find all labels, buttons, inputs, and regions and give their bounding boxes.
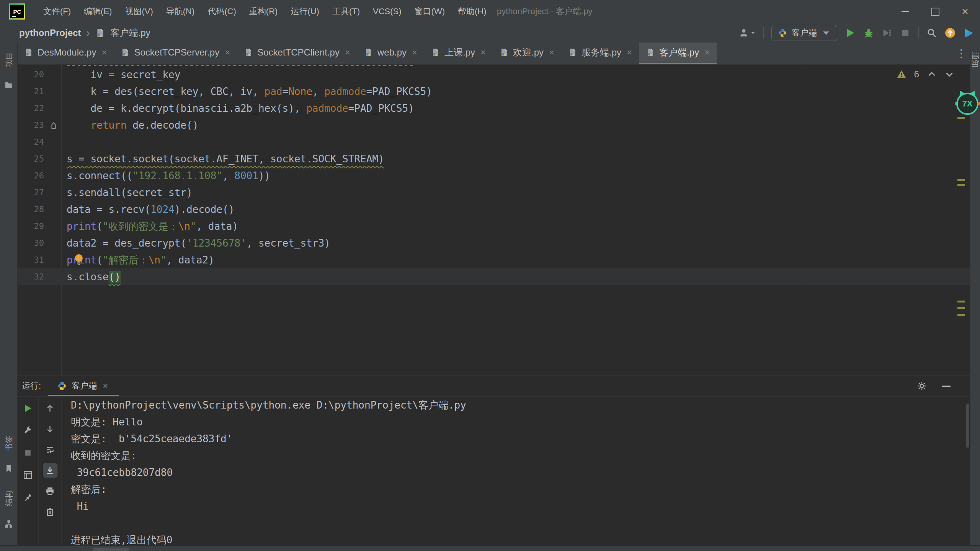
line-number[interactable]: 28 bbox=[17, 201, 44, 218]
down-stack-trace-button[interactable] bbox=[43, 422, 57, 436]
console-scrollbar[interactable] bbox=[966, 404, 969, 448]
debug-button[interactable] bbox=[863, 28, 874, 38]
console-tab-close-icon[interactable]: × bbox=[103, 381, 108, 391]
stop-button[interactable] bbox=[900, 28, 911, 38]
line-number[interactable]: 25 bbox=[17, 150, 44, 167]
toolwindow-button-terminal[interactable]: 终端 bbox=[484, 548, 519, 551]
tab-close-icon[interactable]: × bbox=[345, 48, 350, 57]
menu-item[interactable]: 窗口(W) bbox=[408, 0, 451, 23]
line-number[interactable]: 30 bbox=[17, 235, 44, 252]
up-stack-trace-button[interactable] bbox=[43, 401, 57, 415]
code-line[interactable]: 27s.sendall(secret_str) bbox=[17, 184, 970, 201]
code-line[interactable]: 25s = socket.socket(socket.AF_INET, sock… bbox=[17, 150, 970, 167]
hide-panel-icon[interactable] bbox=[942, 386, 951, 387]
line-number[interactable]: 24 bbox=[17, 134, 44, 150]
line-number[interactable]: 31 bbox=[17, 252, 44, 268]
tab-close-icon[interactable]: × bbox=[549, 48, 554, 57]
breadcrumb-project[interactable]: pythonProject bbox=[19, 28, 81, 38]
error-stripe-mark[interactable] bbox=[957, 117, 965, 119]
clear-all-button[interactable] bbox=[43, 505, 57, 518]
tool-stripe-structure[interactable]: 结构 bbox=[4, 488, 13, 528]
rerun-button[interactable] bbox=[21, 401, 35, 415]
next-warning-icon[interactable] bbox=[944, 69, 954, 79]
toolwindow-button-run[interactable]: 运行 bbox=[93, 548, 129, 551]
console-output[interactable]: D:\pythonProject\venv\Scripts\python.exe… bbox=[62, 397, 965, 546]
stop-button[interactable] bbox=[21, 446, 35, 459]
code-line[interactable]: 32s.close() bbox=[17, 268, 970, 285]
gutter[interactable] bbox=[44, 252, 61, 268]
gutter[interactable] bbox=[44, 235, 61, 252]
update-available-button[interactable] bbox=[945, 28, 956, 38]
toolwindow-button-debug[interactable]: 调试 bbox=[146, 548, 181, 551]
line-number[interactable]: 21 bbox=[17, 83, 44, 100]
tool-stripe-bookmarks[interactable]: 书签 bbox=[4, 433, 13, 473]
editor-tab[interactable]: 客户端.py× bbox=[639, 42, 717, 64]
menu-item[interactable]: 导航(N) bbox=[160, 0, 201, 23]
error-stripe-mark[interactable] bbox=[957, 314, 965, 316]
gutter[interactable] bbox=[44, 100, 61, 117]
gutter[interactable] bbox=[44, 66, 61, 83]
editor-tab[interactable]: 服务端.py× bbox=[561, 42, 639, 64]
gutter[interactable] bbox=[44, 83, 61, 100]
run-button[interactable] bbox=[845, 28, 856, 38]
code-line[interactable]: 29print("收到的密文是：\n", data) bbox=[17, 218, 970, 235]
line-number[interactable]: 26 bbox=[17, 167, 44, 184]
code-line[interactable]: 26s.connect(("192.168.1.108", 8001)) bbox=[17, 167, 970, 184]
code-line[interactable]: 30data2 = des_decrypt('12345678', secret… bbox=[17, 235, 970, 252]
maximize-button[interactable] bbox=[920, 0, 950, 23]
editor-tab[interactable]: DesModule.py× bbox=[17, 42, 114, 64]
toolwindow-button-services[interactable]: 服务 bbox=[537, 548, 572, 551]
tab-close-icon[interactable]: × bbox=[412, 48, 417, 57]
menu-item[interactable]: 工具(T) bbox=[326, 0, 366, 23]
line-number[interactable]: 29 bbox=[17, 218, 44, 235]
toolwindow-button-todo[interactable]: TODO bbox=[286, 548, 327, 551]
gutter[interactable] bbox=[44, 201, 61, 218]
print-button[interactable] bbox=[43, 484, 57, 498]
restore-layout-button[interactable] bbox=[21, 468, 35, 482]
gutter[interactable] bbox=[44, 134, 61, 150]
toolwindow-button-problems[interactable]: 问题 bbox=[431, 548, 467, 551]
minimize-button[interactable] bbox=[890, 0, 920, 23]
editor-tab[interactable]: 欢迎.py× bbox=[493, 42, 561, 64]
menu-item[interactable]: VCS(S) bbox=[366, 0, 408, 23]
code-line[interactable]: 20 iv = secret_key bbox=[17, 66, 970, 83]
code-line[interactable]: 28data = s.recv(1024).decode() bbox=[17, 201, 970, 218]
tool-stripe-project[interactable]: 项目 bbox=[4, 49, 13, 90]
menu-item[interactable]: 代码(C) bbox=[201, 0, 243, 23]
editor-tab[interactable]: SocketTCPClient.py× bbox=[237, 42, 357, 64]
menu-item[interactable]: 帮助(H) bbox=[451, 0, 493, 23]
tab-close-icon[interactable]: × bbox=[225, 48, 230, 57]
menu-item[interactable]: 运行(U) bbox=[284, 0, 326, 23]
scroll-to-end-button[interactable] bbox=[43, 463, 57, 477]
error-stripe-mark[interactable] bbox=[957, 179, 965, 181]
tab-close-icon[interactable]: × bbox=[101, 48, 107, 57]
gear-icon[interactable] bbox=[917, 381, 927, 391]
inspections-widget[interactable]: 6 bbox=[897, 69, 954, 80]
settings-button[interactable] bbox=[21, 423, 35, 437]
code-line[interactable]: 24 bbox=[17, 134, 970, 150]
menu-item[interactable]: 文件(F) bbox=[37, 0, 77, 23]
gutter[interactable] bbox=[44, 167, 61, 184]
tool-stripe-notifications[interactable]: 通知 bbox=[971, 49, 980, 70]
plugin-avatar[interactable]: 7X bbox=[956, 92, 979, 116]
editor-tab[interactable]: SocketTCPServer.py× bbox=[114, 42, 237, 64]
toolwindow-button-version-control[interactable]: 版本控制 bbox=[25, 548, 76, 551]
toolwindow-button-python-packages[interactable]: Python 软件包 bbox=[199, 548, 268, 551]
line-number[interactable]: 20 bbox=[17, 66, 44, 83]
run-with-coverage-button[interactable] bbox=[882, 28, 892, 38]
menu-item[interactable]: 重构(R) bbox=[243, 0, 284, 23]
previous-warning-icon[interactable] bbox=[927, 69, 937, 79]
code-line[interactable]: 31print("解密后：\n", data2) bbox=[17, 252, 970, 268]
toolbox-logo-icon[interactable] bbox=[963, 28, 974, 38]
tab-close-icon[interactable]: × bbox=[480, 48, 486, 57]
tab-close-icon[interactable]: × bbox=[627, 48, 632, 57]
close-button[interactable]: × bbox=[950, 0, 980, 23]
gutter[interactable] bbox=[44, 184, 61, 201]
error-stripe-mark[interactable] bbox=[957, 307, 965, 309]
gutter[interactable] bbox=[44, 117, 61, 134]
line-number[interactable]: 23 bbox=[17, 117, 44, 134]
menu-item[interactable]: 视图(V) bbox=[118, 0, 159, 23]
intention-bulb-icon[interactable] bbox=[73, 253, 85, 267]
code-line[interactable]: 22 de = k.decrypt(binascii.a2b_hex(s), p… bbox=[17, 100, 970, 117]
menu-item[interactable]: 编辑(E) bbox=[77, 0, 118, 23]
